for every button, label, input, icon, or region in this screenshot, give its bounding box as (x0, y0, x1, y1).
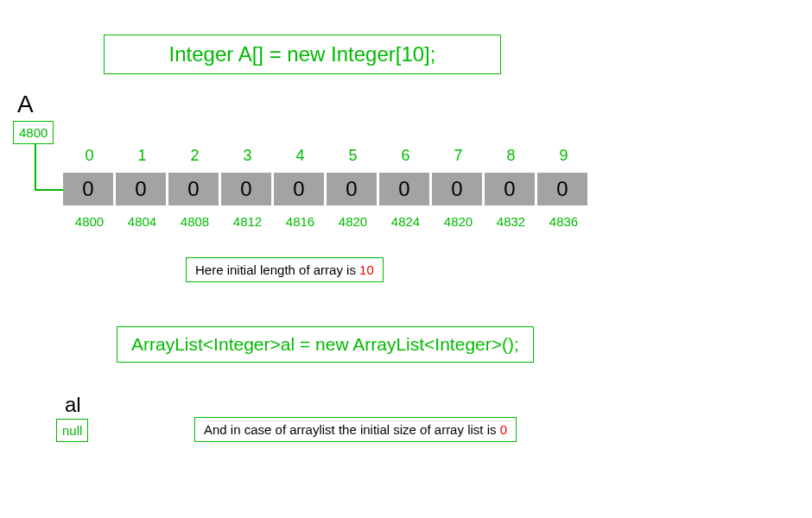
address-label: 4800 (63, 214, 116, 229)
address-label: 4836 (537, 214, 590, 229)
address-row: 4800 4804 4808 4812 4816 4820 4824 4820 … (63, 214, 590, 229)
index-label: 4 (274, 147, 327, 165)
variable-label-a: A (17, 91, 34, 118)
address-label: 4816 (274, 214, 327, 229)
address-label: 4820 (432, 214, 485, 229)
address-label: 4804 (116, 214, 168, 229)
array-cell: 0 (274, 173, 324, 205)
address-label: 4808 (168, 214, 221, 229)
index-label: 3 (221, 147, 274, 165)
index-label: 1 (116, 147, 168, 165)
note-text: And in case of arraylist the initial siz… (204, 422, 500, 437)
index-label: 8 (485, 147, 537, 165)
address-label: 4812 (221, 214, 274, 229)
index-label: 0 (63, 147, 116, 165)
pointer-box-al: null (56, 419, 88, 442)
array-cell: 0 (537, 173, 587, 205)
pointer-box-a: 4800 (13, 121, 54, 144)
index-label: 9 (537, 147, 590, 165)
array-cell: 0 (63, 173, 113, 205)
array-cell: 0 (221, 173, 271, 205)
address-label: 4824 (379, 214, 432, 229)
note-value: 0 (500, 422, 507, 437)
index-label: 5 (327, 147, 379, 165)
code-declaration-array: Integer A[] = new Integer[10]; (104, 35, 501, 74)
note-array-length: Here initial length of array is 10 (186, 257, 384, 282)
array-cell: 0 (327, 173, 377, 205)
code-declaration-arraylist: ArrayList<Integer>al = new ArrayList<Int… (117, 326, 534, 363)
address-label: 4820 (327, 214, 379, 229)
address-label: 4832 (485, 214, 537, 229)
index-label: 2 (168, 147, 221, 165)
array-cell: 0 (379, 173, 429, 205)
note-text: Here initial length of array is (195, 262, 359, 277)
index-row: 0 1 2 3 4 5 6 7 8 9 (63, 147, 590, 165)
connector-line (35, 143, 36, 191)
array-cells-row: 0 0 0 0 0 0 0 0 0 0 (63, 173, 590, 205)
index-label: 7 (432, 147, 485, 165)
note-arraylist-size: And in case of arraylist the initial siz… (194, 417, 517, 442)
array-cell: 0 (116, 173, 166, 205)
note-value: 10 (359, 262, 374, 277)
connector-line (35, 189, 63, 191)
array-cell: 0 (168, 173, 219, 205)
array-cell: 0 (485, 173, 535, 205)
index-label: 6 (379, 147, 432, 165)
array-cell: 0 (432, 173, 482, 205)
variable-label-al: al (65, 393, 81, 417)
